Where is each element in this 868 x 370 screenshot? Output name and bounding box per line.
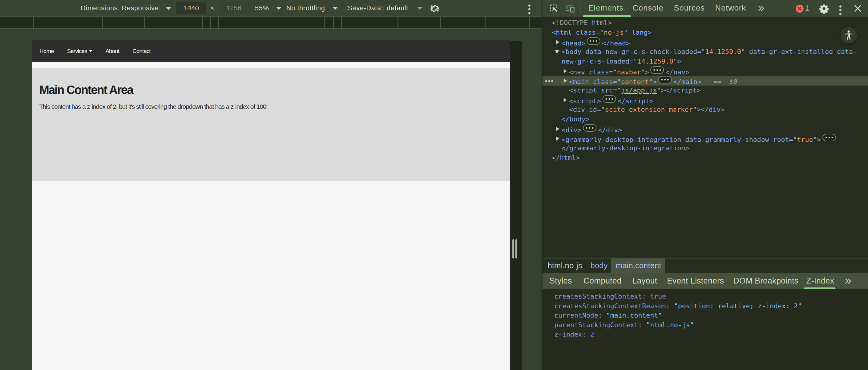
devtools-menu-icon[interactable] [838, 4, 842, 15]
sidebar-tab-layout[interactable]: Layout [632, 273, 657, 289]
dom-token: 14.1259.0 [638, 58, 673, 65]
expand-arrow-icon[interactable] [556, 136, 559, 141]
dom-node[interactable]: <div id="scite-extension-marker"></div> [542, 105, 868, 115]
dom-node[interactable]: <script></script> [542, 95, 868, 105]
sidebar-tab-z-index[interactable]: Z-Index [806, 273, 834, 289]
expand-ellipsis-icon[interactable] [658, 76, 672, 84]
dom-node[interactable]: <!DOCTYPE html> [542, 18, 868, 28]
expand-arrow-icon[interactable] [556, 40, 559, 44]
property-key: createsStackingContext: [554, 292, 650, 300]
dom-token: no-js [604, 29, 624, 36]
dom-token: </div> [598, 126, 622, 134]
expand-arrow-icon[interactable] [564, 98, 567, 102]
error-count: 1 [805, 0, 809, 16]
expand-ellipsis-icon[interactable] [650, 66, 664, 74]
dom-node[interactable]: </grammarly-desktop-integration> [542, 144, 868, 153]
nav-link-contact[interactable]: Contact [133, 48, 151, 55]
zindex-panel: createsStackingContext: truecreatesStack… [542, 289, 868, 370]
expand-ellipsis-icon[interactable] [602, 95, 616, 103]
media-query-divider [529, 17, 530, 28]
close-icon[interactable] [854, 4, 862, 13]
nav-link-services[interactable]: Services [67, 48, 92, 55]
sidebar-tab-dom-breakpoints[interactable]: DOM Breakpoints [733, 273, 798, 289]
viewport-width-input[interactable]: 1440 [176, 2, 207, 14]
media-query-divider [333, 17, 334, 28]
sidebar-tab-styles[interactable]: Styles [550, 273, 572, 289]
media-query-divider [210, 17, 211, 28]
devtools-tab-network[interactable]: Network [715, 0, 746, 16]
expand-ellipsis-icon[interactable] [583, 124, 596, 132]
collapse-arrow-icon[interactable] [555, 50, 559, 54]
gear-icon[interactable] [819, 4, 829, 14]
property-value: 2 [590, 331, 594, 338]
sidebar-tabs: StylesComputedLayoutEvent ListenersDOM B… [542, 273, 868, 289]
device-toolbar-menu-icon[interactable] [527, 3, 531, 14]
dom-node[interactable]: <body data-new-gr-c-s-check-loaded="14.1… [542, 47, 868, 57]
dom-node[interactable]: <nav class="navbar"></nav> [542, 66, 868, 76]
dom-token: <!DOCTYPE html> [552, 19, 612, 27]
media-query-divider [144, 17, 145, 28]
dom-node[interactable]: <grammarly-desktop-integration data-gram… [542, 134, 868, 144]
emulated-page: HomeServicesAboutContact Main Content Ar… [32, 40, 510, 370]
error-x-icon [798, 7, 802, 11]
zoom-dropdown[interactable]: 55% [255, 0, 269, 16]
media-query-divider [102, 17, 103, 28]
devtools-tab-sources[interactable]: Sources [674, 0, 705, 16]
more-tabs-chevron-icon[interactable] [757, 5, 765, 12]
breadcrumb-item-body[interactable]: body [590, 258, 608, 273]
device-toolbar: Dimensions: Responsive 1440 × 1256 55% N… [0, 0, 541, 17]
expand-ellipsis-icon[interactable] [587, 37, 600, 45]
expand-arrow-icon[interactable] [564, 69, 567, 73]
expand-ellipsis-icon[interactable] [823, 134, 836, 141]
screenshot-root: Dimensions: Responsive 1440 × 1256 55% N… [0, 0, 868, 370]
device-toolbar-icon[interactable] [565, 4, 575, 13]
accessibility-person-icon [844, 30, 853, 40]
nav-link-home[interactable]: Home [39, 48, 54, 55]
dom-token: </body> [561, 115, 590, 123]
media-query-bar[interactable] [0, 17, 541, 29]
sidebar-tab-event-listeners[interactable]: Event Listeners [667, 273, 724, 289]
devtools-tab-console[interactable]: Console [632, 0, 663, 16]
property-key: z-index: [554, 331, 590, 338]
breadcrumb-item-html-no-js[interactable]: html.no-js [548, 258, 582, 273]
dom-node[interactable]: <script src="js/app.js"></script> [542, 86, 868, 95]
throttling-dropdown[interactable]: No throttling [286, 0, 325, 16]
property-value: "position: relative; z-index: 2" [674, 302, 802, 310]
devtools-panel: 1 ElementsConsoleSourcesNetwork <!DOCTYP… [541, 0, 868, 370]
dom-token: content [621, 78, 649, 86]
dom-node[interactable]: <div></div> [542, 124, 868, 134]
breadcrumb-item-main-content[interactable]: main.content [616, 258, 661, 273]
more-sidebar-tabs-chevron-icon[interactable] [844, 278, 852, 284]
viewport-resize-track [510, 41, 522, 370]
dom-token: <head> [561, 39, 585, 47]
dom-node-actions-icon[interactable] [545, 78, 557, 84]
dom-node-selected[interactable]: <main class="content"></main> == $0 [542, 76, 868, 86]
inspect-icon[interactable] [550, 4, 558, 13]
nav-link-about[interactable]: About [105, 48, 119, 55]
accessibility-overlay-icon[interactable] [841, 27, 857, 43]
dom-token: </script> [618, 97, 653, 105]
viewport-height-input[interactable]: 1256 [219, 2, 249, 14]
dom-token: </head> [602, 39, 630, 47]
expand-arrow-icon[interactable] [556, 127, 559, 131]
dom-node[interactable]: </html> [542, 153, 868, 163]
dom-node[interactable]: <head></head> [542, 37, 868, 47]
sidebar-tab-computed[interactable]: Computed [584, 273, 621, 289]
viewport-resize-handle[interactable] [513, 239, 514, 258]
viewport-resize-handle[interactable] [516, 239, 517, 258]
zoom-caret-icon [276, 7, 281, 10]
save-data-dropdown[interactable]: 'Save-Data': default [346, 0, 408, 16]
dom-tree: <!DOCTYPE html><html class="no-js" lang>… [542, 17, 868, 257]
error-badge[interactable] [796, 5, 804, 13]
dom-token: "> [673, 58, 681, 65]
expand-arrow-icon[interactable] [564, 79, 567, 83]
zindex-property-row: z-index: 2 [554, 330, 594, 339]
dom-token: </html> [552, 154, 580, 161]
dom-node[interactable]: new-gr-c-s-loaded="14.1259.0"> [542, 57, 868, 66]
dom-node[interactable]: <html class="no-js" lang> [542, 28, 868, 37]
dimensions-times-symbol: × [210, 0, 215, 16]
dimensions-dropdown[interactable]: Dimensions: Responsive [81, 0, 159, 16]
devtools-tab-elements[interactable]: Elements [588, 0, 623, 16]
dom-node[interactable]: </body> [542, 115, 868, 124]
rotate-viewport-icon[interactable] [429, 3, 440, 14]
